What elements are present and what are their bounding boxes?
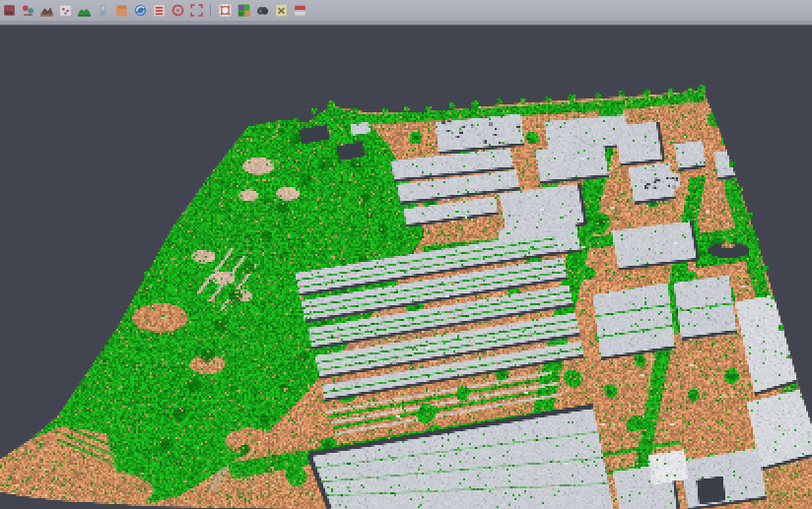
pick-point-icon[interactable] <box>170 3 185 18</box>
application-window <box>0 0 812 509</box>
layer-list-icon[interactable] <box>152 3 167 18</box>
toolbar <box>0 0 812 21</box>
terrain-model-icon[interactable] <box>39 3 54 18</box>
annotation-tool-icon[interactable] <box>274 3 289 18</box>
open-cloud-icon[interactable] <box>2 3 17 18</box>
import-points-icon[interactable] <box>21 3 35 18</box>
point-cloud-canvas[interactable] <box>0 26 812 509</box>
toolbar-separator <box>208 3 214 18</box>
point-sample-icon[interactable] <box>58 3 73 18</box>
3d-viewport[interactable] <box>0 26 812 509</box>
grid-selection-icon[interactable] <box>218 3 233 18</box>
stereo-view-icon[interactable] <box>255 3 270 18</box>
profile-view-icon[interactable] <box>96 3 110 18</box>
zoom-extent-icon[interactable] <box>189 3 204 18</box>
toolbar-icons <box>2 3 307 18</box>
orthophoto-icon[interactable] <box>114 3 129 18</box>
classification-view-icon[interactable] <box>237 3 251 18</box>
measure-tool-icon[interactable] <box>293 3 307 18</box>
rotate-3d-icon[interactable] <box>133 3 148 18</box>
vegetation-surface-icon[interactable] <box>77 3 92 18</box>
